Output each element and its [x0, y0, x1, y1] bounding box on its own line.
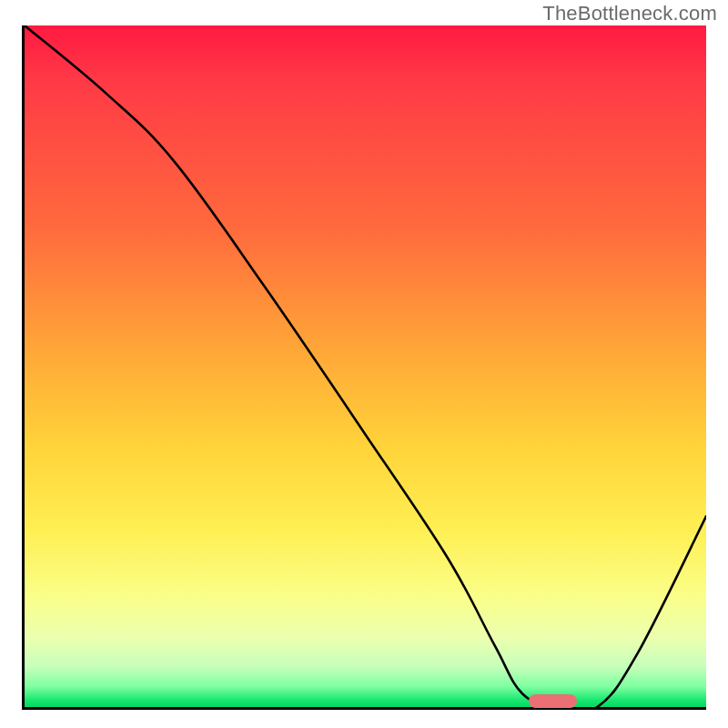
- plot-area: [22, 25, 706, 710]
- watermark-text: TheBottleneck.com: [542, 2, 717, 25]
- optimal-marker: [529, 694, 576, 708]
- chart-container: TheBottleneck.com: [0, 0, 728, 728]
- bottleneck-curve: [25, 25, 706, 707]
